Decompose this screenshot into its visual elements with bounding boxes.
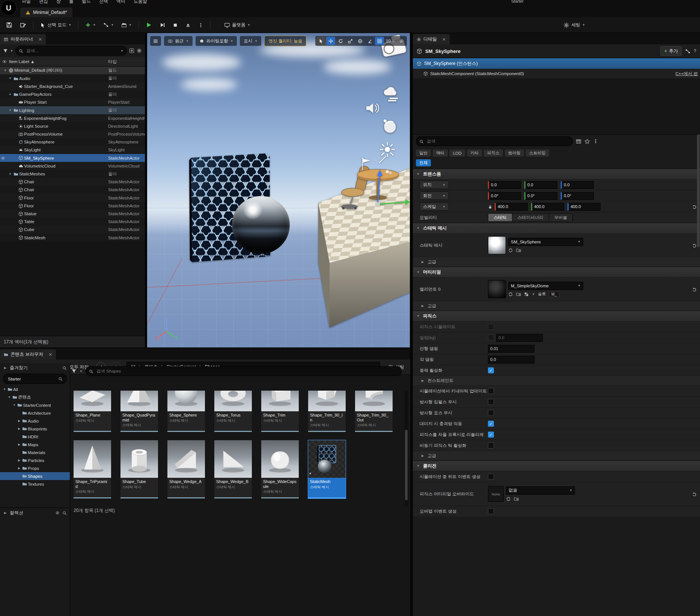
static-mesh-thumbnail[interactable] [488,236,506,254]
component-row[interactable]: StaticMeshComponent (StaticMeshComponent… [413,69,700,79]
folder-row-Materials[interactable]: Materials [0,448,70,456]
cpp-edit-link[interactable]: C++에서 편 [676,71,698,77]
asset-tile-Shape_Plane[interactable]: Shape_Plane스태틱 메시 [74,391,111,432]
asset-tile-Shape_Trim[interactable]: Shape_Trim스태틱 메시 [261,391,299,432]
static-mesh-advanced[interactable]: ▶고급 [413,257,700,267]
asset-tile-Shape_Tube[interactable]: Shape_Tube스태틱 메시 [120,440,158,498]
display-options-icon[interactable] [576,138,581,144]
transform-value-field[interactable]: 0.0 [561,181,594,189]
expand-caret[interactable]: ▼ [8,172,12,176]
menu-선택[interactable]: 선택 [99,0,108,5]
frame-skip-button[interactable] [157,21,167,29]
grid-snap-toggle[interactable] [375,37,384,45]
checkbox[interactable] [488,324,494,330]
use-selected-icon[interactable] [508,248,513,253]
save-button[interactable] [4,20,15,30]
outliner-row[interactable]: ▼Lighting폴더 [0,106,145,114]
asset-tile-StaticMesh[interactable]: *StaticMesh스태틱 메시 [308,440,346,498]
slot-badge[interactable]: M_ [549,291,559,297]
eject-button[interactable] [183,21,193,29]
expand-caret[interactable]: ▶ [17,467,21,470]
section-materials[interactable]: ▼머티리얼 [413,267,700,277]
folder-row-Maps[interactable]: ▶Maps [0,441,70,448]
close-icon[interactable]: ✕ [442,37,446,42]
world-space-toggle[interactable] [355,37,364,45]
surface-snap-toggle[interactable] [365,37,374,45]
asset-tile-Shape_TriPyramid[interactable]: Shape_TriPyramid스태틱 메시 [74,440,111,498]
outliner-row[interactable]: FloorStaticMeshActor [0,194,145,202]
physical-material-combo[interactable]: 없음▼ [506,486,575,495]
outliner-row[interactable]: SkyLightSkyLight [0,146,145,154]
physics-group[interactable]: ▶고급 [413,451,700,460]
expand-caret[interactable]: ▼ [8,93,12,96]
instance-options-icon[interactable] [685,48,691,54]
outliner-row[interactable]: ▼Audio폴더 [0,74,145,82]
folder-row-Particles[interactable]: ▶Particles [0,456,70,464]
filter-all-chip[interactable]: 전체 [416,159,431,166]
select-tool[interactable] [316,37,325,45]
number-field[interactable]: 0.0 [496,334,543,342]
menu-툴[interactable]: 툴 [69,0,74,5]
outliner-row[interactable]: TableStaticMeshActor [0,218,145,226]
filter-chip-기타[interactable]: 기타 [467,149,482,157]
reset-icon[interactable] [689,287,700,292]
path-filter-box[interactable] [3,374,67,384]
browse-to-asset-icon[interactable] [516,291,521,297]
folder-row-콘텐츠[interactable]: ▼콘텐츠 [0,393,70,401]
transform-value-field[interactable]: 0.0 [488,181,521,189]
section-collision[interactable]: ▼콜리전 [413,460,700,471]
checkbox[interactable] [488,474,494,480]
outliner-row[interactable]: ▼Minimal_Default (에디터)월드 [0,66,145,74]
menu-파일[interactable]: 파일 [22,0,31,5]
expand-caret[interactable]: ▼ [8,109,12,112]
transform-label-dropdown[interactable]: 위치▼ [420,181,449,189]
outliner-search[interactable]: ▼ [15,46,127,56]
checkbox[interactable] [488,508,494,514]
outliner-settings-icon[interactable] [137,48,142,54]
details-scrollbar[interactable] [697,134,700,247]
visibility-eye-icon[interactable] [1,156,5,160]
close-icon[interactable]: ✕ [38,37,42,42]
outliner-row[interactable]: ChairStaticMeshActor [0,178,145,186]
search-icon[interactable] [62,510,67,515]
content-browser-tab[interactable]: 콘텐츠 브라우저 ✕ [0,349,56,359]
details-tab[interactable]: 디테일 ✕ [413,34,450,44]
volumetric-cloud-sprite[interactable] [382,85,402,103]
transform-label-dropdown[interactable]: 스케일▼ [420,202,449,211]
filter-chip-피직스[interactable]: 피직스 [484,149,503,157]
asset-tile-Shape_Wedge_A[interactable]: Shape_Wedge_A스태틱 메시 [167,440,205,498]
outliner-row[interactable]: ▼GamePlayActors폴더 [0,91,145,98]
material-options-icon[interactable] [524,291,529,297]
folder-row-Props[interactable]: ▶Props [0,464,70,472]
menu-도움말[interactable]: 도움말 [134,0,147,5]
expand-caret[interactable]: ▶ [17,427,21,430]
column-item-label[interactable]: Item Label ▲ [9,59,108,64]
settings-dropdown[interactable]: 세팅▼ [561,20,587,30]
play-options-kebab[interactable] [196,21,206,29]
mobility-option-무버블[interactable]: 무버블 [549,214,573,221]
viewport-menu-button[interactable] [150,36,161,46]
filter-chip-액터[interactable]: 액터 [433,149,448,157]
viewport-maximize-button[interactable]: » [397,37,406,45]
transform-value-field[interactable]: 0.0° [561,192,594,200]
transform-value-field[interactable]: 400.0 [531,203,564,211]
folder-row-StarterContent[interactable]: ▼StarterContent [0,401,70,409]
sky-atmosphere-sprite[interactable] [381,118,399,134]
directional-light-sprite[interactable] [377,141,398,164]
transform-value-field[interactable]: 400.0 [568,203,601,211]
asset-search-input[interactable] [96,368,398,374]
expand-caret[interactable]: ▶ [17,443,21,446]
section-static-mesh[interactable]: ▼스태틱 메시 [413,223,700,233]
help-icon[interactable]: ? [694,48,696,54]
asset-search[interactable] [86,366,402,376]
outliner-tab[interactable]: 아웃라이너 ✕ [0,34,46,44]
outliner-row[interactable]: StaticMeshStaticMeshActor [0,234,145,242]
favorites-icon[interactable] [584,138,590,144]
details-kebab-icon[interactable] [593,139,598,144]
menu-창[interactable]: 창 [56,0,61,5]
menu-액터[interactable]: 액터 [116,0,125,5]
mobility-option-스테이셔너리[interactable]: 스테이셔너리 [512,214,549,221]
outliner-row[interactable]: ChairStaticMeshActor [0,186,145,194]
expand-caret[interactable]: ▶ [17,459,21,462]
material-combo[interactable]: M_SimpleSkyDome▼ [508,282,583,290]
